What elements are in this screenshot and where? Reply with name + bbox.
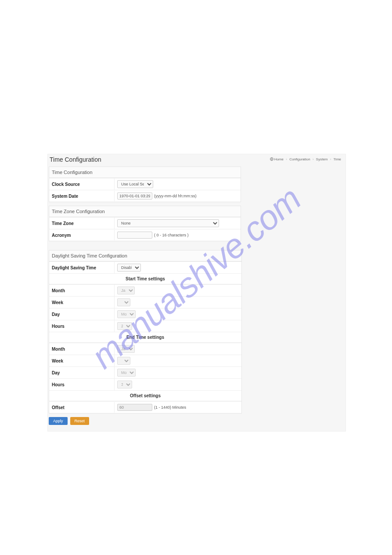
tz-config-panel: Time Zone Configuration Time Zone None A… (49, 206, 241, 241)
reset-button[interactable]: Reset (70, 417, 90, 425)
row-start-week: Week 1 (49, 296, 241, 308)
acronym-hint: ( 0 - 16 characters ) (154, 233, 189, 237)
row-end-day: Day Mon (49, 366, 241, 378)
end-month-select: Jan (117, 345, 135, 353)
row-start-month: Month Jan (49, 284, 241, 296)
end-time-heading: End Time settings (49, 332, 241, 343)
acronym-input[interactable] (117, 232, 152, 239)
row-clock-source: Clock Source Use Local Settings (49, 178, 241, 190)
offset-hint: (1 - 1440) Minutes (154, 405, 186, 410)
dst-mode-select[interactable]: Disabled (117, 264, 141, 272)
row-time-zone: Time Zone None (49, 217, 241, 229)
start-week-label: Week (49, 297, 114, 308)
end-week-label: Week (49, 356, 114, 366)
breadcrumb-current: Time (334, 157, 341, 161)
time-config-panel: Time Configuration Clock Source Use Loca… (49, 167, 241, 202)
action-buttons: Apply Reset (49, 417, 345, 425)
config-page: Time Configuration Home › Configuration … (47, 154, 346, 432)
time-zone-label: Time Zone (49, 218, 114, 229)
globe-icon (270, 157, 273, 162)
end-day-label: Day (49, 368, 114, 378)
end-hours-label: Hours (49, 380, 114, 390)
system-date-label: System Date (49, 191, 114, 201)
breadcrumb: Home › Configuration › System › Time (270, 157, 341, 162)
acronym-label: Acronym (49, 230, 114, 240)
start-day-label: Day (49, 309, 114, 319)
start-hours-label: Hours (49, 321, 114, 331)
page-title: Time Configuration (50, 156, 101, 163)
row-offset: Offset (1 - 1440) Minutes (49, 401, 241, 413)
row-dst-mode: Daylight Saving Time Disabled (49, 261, 241, 273)
dst-config-panel: Daylight Saving Time Configuration Dayli… (49, 250, 242, 414)
end-week-select: 1 (117, 357, 130, 365)
row-end-month: Month Jan (49, 343, 241, 355)
end-day-select: Mon (117, 369, 136, 377)
page-header: Time Configuration Home › Configuration … (48, 154, 345, 165)
dst-config-heading: Daylight Saving Time Configuration (49, 250, 241, 261)
offset-heading: Offset settings (49, 390, 241, 401)
time-config-heading: Time Configuration (49, 167, 241, 178)
system-date-input[interactable] (117, 192, 152, 200)
row-start-day: Day Mon (49, 308, 241, 320)
dst-mode-label: Daylight Saving Time (49, 263, 114, 273)
end-hours-select: 3 (117, 381, 132, 388)
row-acronym: Acronym ( 0 - 16 characters ) (49, 229, 241, 241)
row-system-date: System Date (yyyy-mm-dd hh:mm:ss) (49, 190, 241, 202)
start-time-heading: Start Time settings (49, 273, 241, 284)
start-hours-select: 2 (117, 322, 132, 330)
time-zone-select[interactable]: None (117, 219, 219, 227)
row-start-hours: Hours 2 (49, 320, 241, 332)
start-week-select: 1 (117, 298, 130, 306)
breadcrumb-home[interactable]: Home (274, 157, 284, 161)
offset-input (117, 404, 152, 411)
row-end-week: Week 1 (49, 355, 241, 366)
system-date-hint: (yyyy-mm-dd hh:mm:ss) (154, 194, 197, 198)
clock-source-label: Clock Source (49, 179, 114, 189)
start-day-select: Mon (117, 310, 136, 318)
clock-source-select[interactable]: Use Local Settings (117, 180, 153, 188)
breadcrumb-system[interactable]: System (316, 157, 328, 161)
tz-config-heading: Time Zone Configuration (49, 206, 241, 217)
offset-label: Offset (49, 403, 114, 413)
row-end-hours: Hours 3 (49, 378, 241, 390)
start-month-select: Jan (117, 287, 135, 294)
start-month-label: Month (49, 286, 114, 296)
end-month-label: Month (49, 344, 114, 354)
breadcrumb-configuration[interactable]: Configuration (289, 157, 310, 161)
apply-button[interactable]: Apply (49, 417, 68, 425)
